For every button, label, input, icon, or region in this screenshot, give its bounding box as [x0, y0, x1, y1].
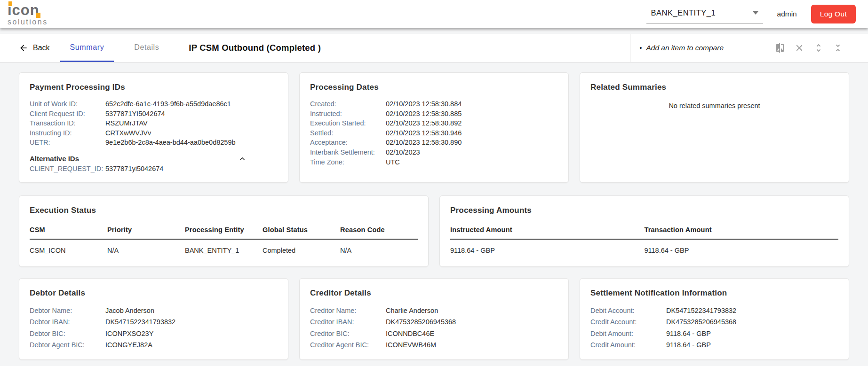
- toolbar-icons: [774, 42, 868, 54]
- kv-label: Acceptance:: [310, 138, 386, 148]
- kv-label: Debtor BIC:: [30, 328, 105, 340]
- kv-label: CLIENT_REQUEST_ID:: [30, 164, 105, 174]
- execution-status-card: Execution Status CSM Priority Processing…: [19, 195, 429, 267]
- kv-row: Interbank Settlement: 02/10/2023: [310, 148, 558, 157]
- kv-value: 9e1e2b6b-2c8a-4aea-bd44-aa0be0d8259b: [105, 138, 236, 148]
- kv-label: Instructing ID:: [30, 128, 105, 138]
- kv-label: Credit Amount:: [590, 339, 666, 351]
- kv-value: DK4753285206945368: [666, 316, 736, 328]
- kv-label: Instructed:: [310, 109, 386, 119]
- table-header-row: Instructed Amount Transaction Amount: [450, 222, 838, 239]
- kv-label: Transaction ID:: [30, 118, 105, 128]
- kv-label: Time Zone:: [310, 157, 386, 167]
- processing-amounts-card: Processing Amounts Instructed Amount Tra…: [439, 195, 849, 267]
- column-header: Processing Entity: [185, 222, 263, 239]
- logo-orange-accent: [36, 13, 40, 18]
- column-header: Global Status: [263, 222, 340, 239]
- kv-value: DK5471522341793832: [666, 305, 736, 317]
- kv-value: ICONPXSO23Y: [105, 328, 153, 340]
- compare-icon[interactable]: [774, 42, 786, 54]
- toolbar: Back Summary Details IP CSM Outbound (Co…: [0, 34, 868, 62]
- alternative-ids-header: Alternative IDs: [30, 154, 278, 164]
- cards-row-middle: Execution Status CSM Priority Processing…: [19, 195, 849, 267]
- kv-value: 5377871YI5042674: [105, 109, 165, 119]
- kv-value: 5377871yi5042674: [105, 164, 163, 174]
- kv-row: Debtor Name: Jacob Anderson: [30, 305, 278, 317]
- payment-processing-ids-card: Payment Processing IDs Unit of Work ID: …: [19, 72, 288, 183]
- kv-value: 02/10/2023 12:58:30.885: [386, 109, 462, 119]
- kv-value: 02/10/2023: [386, 148, 420, 157]
- kv-row: Unit of Work ID: 652c2dfe-6a1c-4193-9f6b…: [30, 99, 278, 109]
- kv-row: Debtor IBAN: DK5471522341793832: [30, 316, 278, 328]
- card-title: Processing Amounts: [450, 206, 838, 215]
- table-cell: BANK_ENTITY_1: [185, 239, 263, 258]
- column-header: Transaction Amount: [645, 222, 839, 239]
- table-cell: Completed: [263, 239, 340, 258]
- column-header: Priority: [107, 222, 185, 239]
- kv-row: Credit Amount: 9118.64 - GBP: [590, 339, 838, 351]
- kv-label: Debit Amount:: [590, 328, 666, 340]
- tab-details[interactable]: Details: [124, 34, 169, 62]
- kv-row: Credit Account: DK4753285206945368: [590, 316, 838, 328]
- table-cell: CSM_ICON: [30, 239, 107, 258]
- main-content: Payment Processing IDs Unit of Work ID: …: [0, 62, 868, 360]
- kv-row: Creditor BIC: ICONNDBC46E: [310, 328, 558, 340]
- expand-icon[interactable]: [813, 42, 824, 54]
- kv-label: Unit of Work ID:: [30, 99, 105, 109]
- kv-value: 652c2dfe-6a1c-4193-9f6b-a55d9dae86c1: [105, 99, 231, 109]
- kv-label: Client Request ID:: [30, 109, 105, 119]
- kv-row: Instructing ID: CRTXwWVJVv: [30, 128, 278, 138]
- kv-value: RSZUMrJTAV: [105, 118, 148, 128]
- table-header-row: CSM Priority Processing Entity Global St…: [30, 222, 418, 239]
- card-title: Execution Status: [30, 206, 418, 215]
- back-button[interactable]: Back: [19, 34, 50, 62]
- compare-section: • Add an item to compare: [630, 34, 868, 62]
- username-label: admin: [777, 10, 797, 18]
- kv-row: Debit Account: DK5471522341793832: [590, 305, 838, 317]
- card-title: Related Summaries: [590, 83, 838, 92]
- logout-button[interactable]: Log Out: [811, 5, 856, 23]
- kv-value: 02/10/2023 12:58:30.890: [386, 138, 462, 148]
- kv-value: Jacob Anderson: [105, 305, 154, 317]
- kv-value: CRTXwWVJVv: [105, 128, 151, 138]
- kv-label: Debtor Name:: [30, 305, 105, 317]
- tab-summary[interactable]: Summary: [60, 34, 114, 62]
- kv-row: Instructed: 02/10/2023 12:58:30.885: [310, 109, 558, 119]
- column-header: CSM: [30, 222, 107, 239]
- table-cell: N/A: [340, 239, 418, 258]
- kv-label: Debtor IBAN:: [30, 316, 105, 328]
- bank-entity-select[interactable]: BANK_ENTITY_1: [646, 5, 763, 23]
- card-title: Processing Dates: [310, 83, 558, 92]
- empty-message: No related summaries present: [590, 102, 838, 109]
- kv-label: Debtor Agent BIC:: [30, 339, 105, 351]
- kv-label: Created:: [310, 99, 386, 109]
- column-header: Reason Code: [340, 222, 418, 239]
- kv-value: 9118.64 - GBP: [666, 339, 711, 351]
- table-cell: 9118.64 - GBP: [450, 239, 645, 258]
- card-title: Settlement Notification Information: [590, 288, 838, 298]
- kv-row: Debtor BIC: ICONPXSO23Y: [30, 328, 278, 340]
- cards-row-top: Payment Processing IDs Unit of Work ID: …: [19, 72, 849, 183]
- chevron-down-icon: [753, 11, 758, 15]
- column-header: Instructed Amount: [450, 222, 645, 239]
- chevron-up-icon[interactable]: [237, 154, 247, 164]
- kv-row: CLIENT_REQUEST_ID: 5377871yi5042674: [30, 164, 278, 174]
- table-row: CSM_ICON N/A BANK_ENTITY_1 Completed N/A: [30, 239, 418, 258]
- page-title: IP CSM Outbound (Completed ): [189, 34, 321, 62]
- kv-row: Settled: 02/10/2023 12:58:30.946: [310, 128, 558, 138]
- kv-label: Credit Account:: [590, 316, 666, 328]
- kv-label: UETR:: [30, 138, 105, 148]
- logo-word: icon: [8, 3, 40, 17]
- card-title: Creditor Details: [310, 288, 558, 298]
- collapse-icon[interactable]: [832, 42, 844, 54]
- kv-value: 02/10/2023 12:58:30.946: [386, 128, 462, 138]
- kv-row: Debit Amount: 9118.64 - GBP: [590, 328, 838, 340]
- card-title: Debtor Details: [30, 288, 278, 298]
- related-summaries-card: Related Summaries No related summaries p…: [580, 72, 849, 183]
- kv-row: Client Request ID: 5377871YI5042674: [30, 109, 278, 119]
- toolbar-left: Back Summary Details IP CSM Outbound (Co…: [0, 34, 321, 62]
- close-icon[interactable]: [794, 42, 805, 54]
- kv-value: 02/10/2023 12:58:30.884: [386, 99, 462, 109]
- kv-row: Creditor Agent BIC: ICONEVWB46M: [310, 339, 558, 351]
- kv-label: Creditor Agent BIC:: [310, 339, 386, 351]
